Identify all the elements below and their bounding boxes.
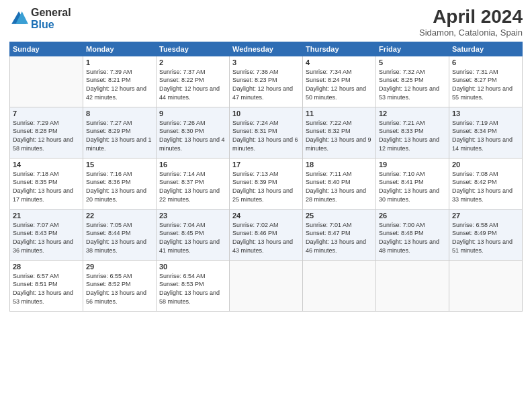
day-number: 24 [232,212,300,220]
day-info: Sunrise: 7:19 AMSunset: 8:34 PMDaylight:… [452,119,519,152]
day-info: Sunrise: 7:27 AMSunset: 8:29 PMDaylight:… [86,119,153,152]
table-cell: 11 Sunrise: 7:22 AMSunset: 8:32 PMDaylig… [303,107,376,158]
day-number: 27 [452,212,519,220]
table-cell: 30 Sunrise: 6:54 AMSunset: 8:53 PMDaylig… [157,260,230,311]
day-info: Sunrise: 6:58 AMSunset: 8:49 PMDaylight:… [452,221,519,255]
day-info: Sunrise: 7:36 AMSunset: 8:23 PMDaylight:… [232,68,300,101]
table-cell: 16 Sunrise: 7:14 AMSunset: 8:37 PMDaylig… [157,158,230,209]
day-number: 18 [306,161,373,169]
day-number: 6 [452,58,519,66]
header-saturday: Saturday [449,42,523,56]
week-row-0: 1 Sunrise: 7:39 AMSunset: 8:21 PMDayligh… [10,56,523,107]
day-info: Sunrise: 7:13 AMSunset: 8:39 PMDaylight:… [232,170,300,203]
day-number: 4 [306,58,373,66]
table-cell: 15 Sunrise: 7:16 AMSunset: 8:36 PMDaylig… [83,158,157,209]
day-number: 3 [232,58,300,66]
table-cell: 18 Sunrise: 7:11 AMSunset: 8:40 PMDaylig… [303,158,376,209]
day-number: 12 [379,109,446,118]
day-number: 25 [306,212,373,220]
day-number: 5 [379,58,446,66]
weekday-header-row: Sunday Monday Tuesday Wednesday Thursday… [10,42,523,56]
day-number: 19 [379,161,446,169]
table-cell [230,260,303,311]
month-title: April 2024 [419,7,523,28]
logo-general: General [31,7,71,19]
table-cell: 23 Sunrise: 7:04 AMSunset: 8:45 PMDaylig… [157,209,230,260]
table-cell: 8 Sunrise: 7:27 AMSunset: 8:29 PMDayligh… [83,107,157,158]
week-row-3: 21 Sunrise: 7:07 AMSunset: 8:43 PMDaylig… [10,209,523,260]
day-number: 21 [13,212,80,220]
day-info: Sunrise: 7:21 AMSunset: 8:33 PMDaylight:… [379,119,446,152]
table-cell: 3 Sunrise: 7:36 AMSunset: 8:23 PMDayligh… [230,56,303,107]
table-cell [303,260,376,311]
day-info: Sunrise: 7:14 AMSunset: 8:37 PMDaylight:… [159,170,226,203]
day-info: Sunrise: 7:24 AMSunset: 8:31 PMDaylight:… [232,119,300,152]
header-sunday: Sunday [10,42,83,56]
table-cell: 19 Sunrise: 7:10 AMSunset: 8:41 PMDaylig… [376,158,449,209]
table-cell [10,56,83,107]
day-number: 29 [86,263,153,271]
table-cell: 13 Sunrise: 7:19 AMSunset: 8:34 PMDaylig… [449,107,523,158]
table-cell: 26 Sunrise: 7:00 AMSunset: 8:48 PMDaylig… [376,209,449,260]
header-thursday: Thursday [303,42,376,56]
day-number: 13 [452,109,519,118]
logo-blue: Blue [31,19,71,31]
day-info: Sunrise: 7:01 AMSunset: 8:47 PMDaylight:… [306,221,373,255]
table-cell: 6 Sunrise: 7:31 AMSunset: 8:27 PMDayligh… [449,56,523,107]
day-info: Sunrise: 7:16 AMSunset: 8:36 PMDaylight:… [86,170,153,203]
table-cell: 27 Sunrise: 6:58 AMSunset: 8:49 PMDaylig… [449,209,523,260]
day-info: Sunrise: 7:07 AMSunset: 8:43 PMDaylight:… [13,221,80,255]
day-info: Sunrise: 7:10 AMSunset: 8:41 PMDaylight:… [379,170,446,203]
table-cell: 28 Sunrise: 6:57 AMSunset: 8:51 PMDaylig… [10,260,83,311]
day-info: Sunrise: 7:39 AMSunset: 8:21 PMDaylight:… [86,68,153,101]
table-cell: 22 Sunrise: 7:05 AMSunset: 8:44 PMDaylig… [83,209,157,260]
table-cell: 17 Sunrise: 7:13 AMSunset: 8:39 PMDaylig… [230,158,303,209]
day-number: 11 [306,109,373,118]
week-row-2: 14 Sunrise: 7:18 AMSunset: 8:35 PMDaylig… [10,158,523,209]
day-number: 17 [232,161,300,169]
week-row-4: 28 Sunrise: 6:57 AMSunset: 8:51 PMDaylig… [10,260,523,311]
day-number: 8 [86,109,153,118]
week-row-1: 7 Sunrise: 7:29 AMSunset: 8:28 PMDayligh… [10,107,523,158]
table-cell: 21 Sunrise: 7:07 AMSunset: 8:43 PMDaylig… [10,209,83,260]
day-info: Sunrise: 7:00 AMSunset: 8:48 PMDaylight:… [379,221,446,255]
table-cell: 2 Sunrise: 7:37 AMSunset: 8:22 PMDayligh… [157,56,230,107]
header: General Blue April 2024 Sidamon, Catalon… [9,7,523,38]
day-number: 10 [232,109,300,118]
day-info: Sunrise: 7:22 AMSunset: 8:32 PMDaylight:… [306,119,373,152]
day-number: 16 [159,161,226,169]
table-cell: 7 Sunrise: 7:29 AMSunset: 8:28 PMDayligh… [10,107,83,158]
table-cell [449,260,523,311]
table-cell: 10 Sunrise: 7:24 AMSunset: 8:31 PMDaylig… [230,107,303,158]
logo-icon [9,9,28,28]
header-friday: Friday [376,42,449,56]
day-number: 20 [452,161,519,169]
location-subtitle: Sidamon, Catalonia, Spain [419,28,523,38]
day-info: Sunrise: 7:18 AMSunset: 8:35 PMDaylight:… [13,170,80,203]
table-cell: 9 Sunrise: 7:26 AMSunset: 8:30 PMDayligh… [157,107,230,158]
day-info: Sunrise: 7:34 AMSunset: 8:24 PMDaylight:… [306,68,373,101]
day-info: Sunrise: 7:02 AMSunset: 8:46 PMDaylight:… [232,221,300,255]
day-number: 2 [159,58,226,66]
day-number: 9 [159,109,226,118]
day-info: Sunrise: 7:29 AMSunset: 8:28 PMDaylight:… [13,119,80,152]
day-info: Sunrise: 7:08 AMSunset: 8:42 PMDaylight:… [452,170,519,203]
logo: General Blue [9,7,71,31]
day-number: 26 [379,212,446,220]
page: General Blue April 2024 Sidamon, Catalon… [0,0,532,411]
day-number: 7 [13,109,80,118]
day-number: 14 [13,161,80,169]
table-cell: 4 Sunrise: 7:34 AMSunset: 8:24 PMDayligh… [303,56,376,107]
day-info: Sunrise: 7:37 AMSunset: 8:22 PMDaylight:… [159,68,226,101]
day-number: 15 [86,161,153,169]
header-wednesday: Wednesday [230,42,303,56]
day-info: Sunrise: 7:05 AMSunset: 8:44 PMDaylight:… [86,221,153,255]
calendar-table: Sunday Monday Tuesday Wednesday Thursday… [9,42,523,312]
table-cell: 20 Sunrise: 7:08 AMSunset: 8:42 PMDaylig… [449,158,523,209]
day-number: 22 [86,212,153,220]
day-info: Sunrise: 7:32 AMSunset: 8:25 PMDaylight:… [379,68,446,101]
day-info: Sunrise: 7:04 AMSunset: 8:45 PMDaylight:… [159,221,226,255]
header-tuesday: Tuesday [157,42,230,56]
table-cell: 1 Sunrise: 7:39 AMSunset: 8:21 PMDayligh… [83,56,157,107]
table-cell: 12 Sunrise: 7:21 AMSunset: 8:33 PMDaylig… [376,107,449,158]
